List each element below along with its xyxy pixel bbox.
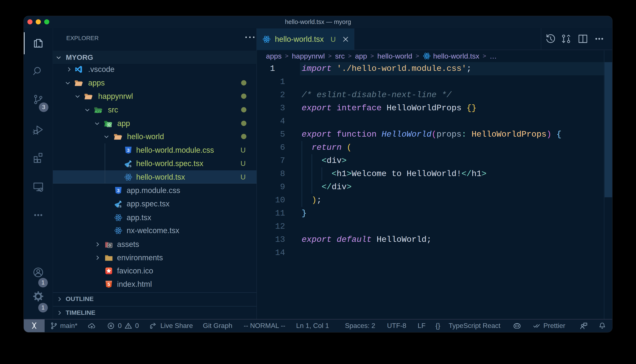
svg-text:5: 5 — [107, 282, 110, 287]
svg-text:TS: TS — [127, 164, 131, 168]
svg-text:3: 3 — [127, 148, 130, 153]
svg-text:TS: TS — [117, 205, 121, 208]
svg-text:</>: </> — [95, 110, 102, 114]
svg-text:3: 3 — [117, 188, 120, 193]
